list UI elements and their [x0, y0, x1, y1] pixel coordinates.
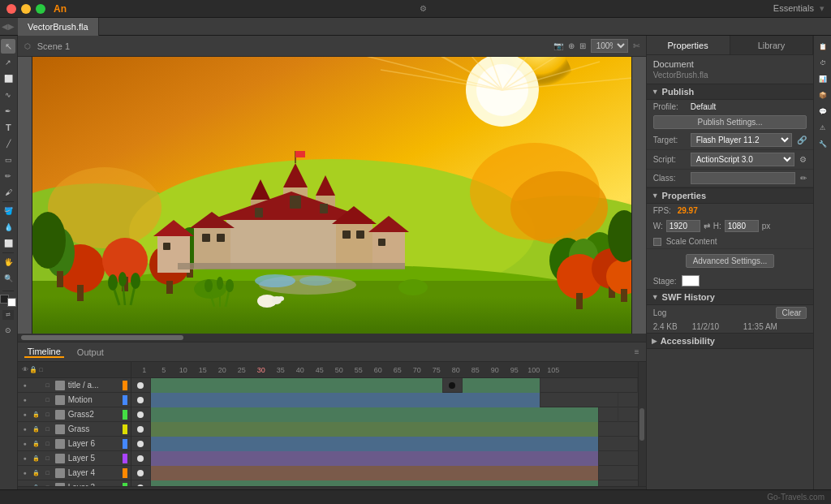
frame-row[interactable]	[131, 422, 638, 437]
debug-btn[interactable]: 🔧	[816, 136, 830, 151]
eraser-tool[interactable]: ⬜	[1, 236, 15, 251]
layer-outline-icon[interactable]: □	[44, 381, 52, 390]
zoom-select[interactable]: 100% 50% 200%	[591, 39, 628, 53]
frame-cell[interactable]	[151, 480, 599, 486]
frame-cell[interactable]	[151, 407, 599, 422]
brush-tool[interactable]: 🖌	[1, 185, 15, 200]
list-item[interactable]: ● □ title / a...	[18, 378, 131, 393]
frame-row[interactable]	[131, 393, 638, 407]
layer-lock-icon[interactable]: 🔒	[32, 454, 41, 463]
layer-outline-icon[interactable]: □	[44, 469, 52, 477]
layer-lock-icon[interactable]: 🔒	[32, 425, 41, 433]
hand-tool[interactable]: 🖐	[1, 255, 15, 269]
frame-row[interactable]	[131, 407, 638, 422]
list-item[interactable]: ● 🔒 □ Layer 3	[18, 480, 131, 486]
paint-bucket-tool[interactable]: 🪣	[1, 204, 15, 218]
layer-eye-icon[interactable]: ●	[21, 396, 29, 404]
target-link-icon[interactable]: 🔗	[797, 136, 807, 144]
frame-cell[interactable]	[151, 451, 599, 466]
publish-section-header[interactable]: ▼ Publish	[647, 84, 814, 100]
swap-colors[interactable]: ⇄	[2, 310, 14, 320]
timeline-menu-btn[interactable]: ≡	[635, 347, 639, 356]
frame-cell[interactable]	[443, 378, 463, 393]
list-item[interactable]: ● 🔒 □ Layer 6	[18, 437, 131, 451]
outline-header[interactable]: □	[37, 366, 45, 374]
layer-outline-icon[interactable]: □	[44, 396, 52, 404]
list-item[interactable]: ● 🔒 □ Layer 5	[18, 451, 131, 466]
eye-header[interactable]: 👁	[21, 366, 29, 374]
publish-settings-btn[interactable]: Publish Settings...	[653, 115, 807, 129]
class-edit-icon[interactable]: ✏	[800, 174, 807, 183]
frame-cell[interactable]	[131, 451, 151, 466]
list-item[interactable]: ● 🔒 □ Grass	[18, 422, 131, 437]
timeline-panel-btn[interactable]: ⏱	[816, 55, 830, 70]
advanced-settings-btn[interactable]: Advanced Settings...	[686, 254, 775, 268]
swf-log-btn[interactable]: Log	[653, 308, 667, 317]
frame-row[interactable]	[131, 466, 638, 480]
swf-history-header[interactable]: ▼ SWF History	[647, 289, 814, 305]
lock-header[interactable]: 🔒	[29, 366, 37, 374]
script-select[interactable]: ActionScript 3.0	[691, 153, 795, 166]
layer-lock-icon[interactable]: 🔒	[32, 440, 41, 448]
frame-row[interactable]	[131, 451, 638, 466]
frame-cell[interactable]	[151, 378, 443, 393]
tab-timeline[interactable]: Timeline	[24, 347, 64, 358]
swf-clear-btn[interactable]: Clear	[776, 307, 807, 319]
layer-eye-icon[interactable]: ●	[21, 440, 29, 448]
scale-checkbox[interactable]	[653, 238, 661, 246]
maximize-button[interactable]	[36, 4, 45, 14]
layer-outline-icon[interactable]: □	[44, 411, 52, 419]
layer-eye-icon[interactable]: ●	[21, 381, 29, 390]
snap-to-objects[interactable]: ⊙	[1, 323, 15, 338]
close-button[interactable]	[6, 4, 16, 14]
motion-editor-btn[interactable]: 📊	[816, 71, 830, 86]
swap-wh-icon[interactable]: ⇄	[704, 222, 710, 230]
tab-output[interactable]: Output	[74, 347, 107, 357]
layer-outline-icon[interactable]: □	[44, 425, 52, 433]
layer-lock-icon[interactable]	[32, 396, 41, 404]
frames-scrollbar-thumb[interactable]	[639, 408, 644, 441]
target-select[interactable]: Flash Player 11.2	[691, 133, 793, 147]
properties-panel-btn[interactable]: 📋	[816, 39, 830, 54]
stage-container[interactable]	[18, 57, 646, 334]
frame-cell[interactable]	[151, 437, 599, 451]
layer-eye-icon[interactable]: ●	[21, 411, 29, 419]
frame-cell[interactable]	[131, 422, 151, 437]
lasso-tool[interactable]: ∿	[1, 88, 15, 102]
accessibility-section-header[interactable]: ▶ Accessibility	[647, 333, 814, 349]
subselect-tool[interactable]: ↗	[1, 55, 15, 70]
frame-cell[interactable]	[131, 407, 151, 422]
frames-scrollbar[interactable]	[638, 362, 646, 486]
layer-lock-icon[interactable]	[32, 381, 41, 390]
layer-lock-icon[interactable]: 🔒	[32, 411, 41, 419]
frame-row[interactable]	[131, 437, 638, 451]
free-transform-tool[interactable]: ⬜	[1, 71, 15, 86]
frame-cell[interactable]	[463, 378, 540, 393]
frame-row[interactable]	[131, 480, 638, 486]
properties-section-header[interactable]: ▼ Properties	[647, 187, 814, 204]
stage-color-picker[interactable]	[682, 275, 700, 286]
pencil-tool[interactable]: ✏	[1, 169, 15, 183]
frame-cell[interactable]	[131, 393, 151, 407]
eyedropper-tool[interactable]: 💧	[1, 220, 15, 235]
list-item[interactable]: ● □ Motion	[18, 393, 131, 407]
minimize-button[interactable]	[21, 4, 31, 14]
components-btn[interactable]: 📦	[816, 88, 830, 102]
text-tool[interactable]: T	[1, 120, 15, 135]
frame-cell[interactable]	[540, 393, 618, 407]
line-tool[interactable]: ╱	[1, 136, 15, 151]
zoom-tool[interactable]: 🔍	[1, 271, 15, 286]
frame-cell[interactable]	[540, 378, 638, 393]
list-item[interactable]: ● 🔒 □ Layer 4	[18, 466, 131, 480]
layer-outline-icon[interactable]: □	[44, 440, 52, 448]
frame-row[interactable]	[131, 378, 638, 393]
tab-library[interactable]: Library	[730, 36, 814, 54]
layer-lock-icon[interactable]: 🔒	[32, 469, 41, 477]
frame-cell[interactable]	[151, 466, 599, 480]
file-tab[interactable]: VectorBrush.fla	[18, 18, 99, 36]
frame-cell[interactable]	[131, 466, 151, 480]
canvas-scrollbar-thumb[interactable]	[21, 335, 183, 340]
compiler-errors-btn[interactable]: ⚠	[816, 120, 830, 135]
frame-cell[interactable]	[151, 422, 599, 437]
stage[interactable]	[32, 57, 632, 334]
